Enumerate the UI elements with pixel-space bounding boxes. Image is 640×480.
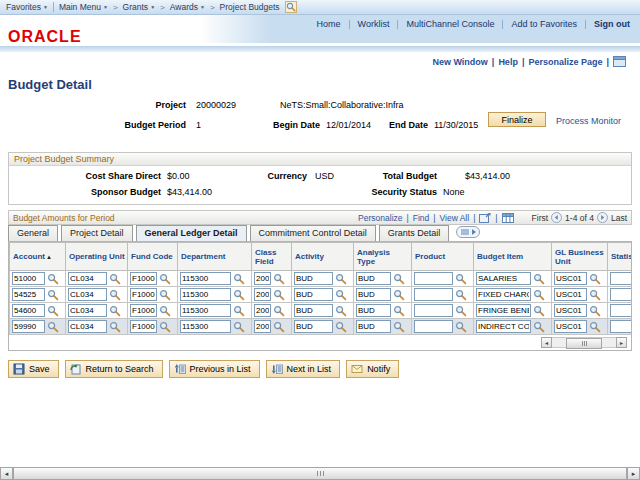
analysis-type-input[interactable] — [356, 304, 391, 317]
lookup-icon[interactable] — [109, 305, 121, 317]
worklist-link[interactable]: Worklist — [358, 19, 390, 29]
home-link[interactable]: Home — [317, 19, 341, 29]
scrollbar-thumb[interactable] — [13, 467, 627, 480]
product-input[interactable] — [414, 272, 453, 285]
http-icon[interactable] — [613, 56, 626, 67]
account-input[interactable] — [12, 320, 45, 333]
lookup-icon[interactable] — [533, 321, 545, 333]
product-input[interactable] — [414, 288, 453, 301]
lookup-icon[interactable] — [233, 305, 245, 317]
operating-unit-input[interactable] — [68, 272, 107, 285]
budget-item-input[interactable] — [476, 272, 531, 285]
department-input[interactable] — [180, 272, 231, 285]
gl-business-unit-input[interactable] — [554, 304, 587, 317]
class-field-input[interactable] — [254, 304, 271, 317]
scroll-right-icon[interactable]: ▸ — [616, 337, 627, 348]
activity-input[interactable] — [294, 288, 333, 301]
tab-general-ledger-detail[interactable]: General Ledger Detail — [136, 225, 247, 241]
lookup-icon[interactable] — [233, 289, 245, 301]
lookup-icon[interactable] — [159, 289, 171, 301]
lookup-icon[interactable] — [533, 273, 545, 285]
new-window-link[interactable]: New Window — [432, 57, 487, 67]
gl-business-unit-input[interactable] — [554, 320, 587, 333]
breadcrumb-item-project-budgets[interactable]: Project Budgets — [220, 2, 280, 12]
statistics-code-input[interactable] — [610, 320, 632, 333]
breadcrumb-item-awards[interactable]: Awards ▼ — [170, 2, 205, 12]
account-input[interactable] — [12, 304, 45, 317]
lookup-icon[interactable] — [47, 305, 59, 317]
lookup-icon[interactable] — [335, 273, 347, 285]
budget-item-input[interactable] — [476, 288, 531, 301]
lookup-icon[interactable] — [335, 289, 347, 301]
analysis-type-input[interactable] — [356, 320, 391, 333]
account-input[interactable] — [12, 288, 45, 301]
pager-last-label[interactable]: Last — [611, 213, 627, 223]
next-row-icon[interactable] — [597, 212, 608, 223]
breadcrumb-item-grants[interactable]: Grants ▼ — [123, 2, 155, 12]
column-header-statistics-code[interactable]: Statistics Code — [608, 243, 633, 271]
analysis-type-input[interactable] — [356, 272, 391, 285]
tab-project-detail[interactable]: Project Detail — [61, 225, 133, 241]
lookup-icon[interactable] — [109, 321, 121, 333]
column-header-class-field[interactable]: Class Field — [252, 243, 292, 271]
column-header-analysis-type[interactable]: Analysis Type — [354, 243, 412, 271]
product-input[interactable] — [414, 304, 453, 317]
class-field-input[interactable] — [254, 320, 271, 333]
lookup-icon[interactable] — [47, 289, 59, 301]
main-menu[interactable]: Main Menu ▼ — [59, 2, 108, 12]
notify-button[interactable]: Notify — [346, 360, 399, 378]
lookup-icon[interactable] — [589, 305, 601, 317]
statistics-code-input[interactable] — [610, 288, 632, 301]
lookup-icon[interactable] — [233, 273, 245, 285]
lookup-icon[interactable] — [109, 289, 121, 301]
lookup-icon[interactable] — [455, 273, 467, 285]
search-icon[interactable] — [285, 1, 297, 13]
class-field-input[interactable] — [254, 288, 271, 301]
lookup-icon[interactable] — [47, 273, 59, 285]
scroll-left-icon[interactable]: ◂ — [0, 467, 13, 480]
lookup-icon[interactable] — [533, 289, 545, 301]
return-to-search-button[interactable]: Return to Search — [65, 360, 163, 378]
sign-out-link[interactable]: Sign out — [594, 19, 630, 29]
column-header-department[interactable]: Department — [178, 243, 252, 271]
statistics-code-input[interactable] — [610, 272, 632, 285]
account-input[interactable] — [12, 272, 45, 285]
column-header-activity[interactable]: Activity — [292, 243, 354, 271]
scroll-right-icon[interactable]: ▸ — [627, 467, 640, 480]
lookup-icon[interactable] — [455, 289, 467, 301]
department-input[interactable] — [180, 320, 231, 333]
department-input[interactable] — [180, 304, 231, 317]
lookup-icon[interactable] — [335, 305, 347, 317]
lookup-icon[interactable] — [233, 321, 245, 333]
lookup-icon[interactable] — [393, 305, 405, 317]
pager-first-label[interactable]: First — [532, 213, 549, 223]
tab-commitment-control-detail[interactable]: Commitment Control Detail — [250, 225, 376, 241]
column-header-product[interactable]: Product — [412, 243, 474, 271]
multichannel-console-link[interactable]: MultiChannel Console — [406, 19, 494, 29]
operating-unit-input[interactable] — [68, 304, 107, 317]
page-horizontal-scrollbar[interactable]: ◂ ▸ — [0, 467, 640, 480]
lookup-icon[interactable] — [455, 321, 467, 333]
show-all-columns-icon[interactable] — [456, 226, 480, 238]
personalize-link[interactable]: Personalize — [358, 213, 402, 223]
lookup-icon[interactable] — [589, 321, 601, 333]
tab-general[interactable]: General — [8, 225, 58, 241]
personalize-page-link[interactable]: Personalize Page — [528, 57, 602, 67]
column-header-account[interactable]: Account▲ — [10, 243, 66, 271]
process-monitor-link[interactable]: Process Monitor — [556, 116, 621, 126]
lookup-icon[interactable] — [335, 321, 347, 333]
fund-code-input[interactable] — [130, 304, 157, 317]
activity-input[interactable] — [294, 272, 333, 285]
budget-item-input[interactable] — [476, 304, 531, 317]
lookup-icon[interactable] — [273, 273, 285, 285]
activity-input[interactable] — [294, 320, 333, 333]
lookup-icon[interactable] — [589, 273, 601, 285]
lookup-icon[interactable] — [159, 321, 171, 333]
lookup-icon[interactable] — [455, 305, 467, 317]
lookup-icon[interactable] — [533, 305, 545, 317]
lookup-icon[interactable] — [159, 305, 171, 317]
operating-unit-input[interactable] — [68, 288, 107, 301]
favorites-menu[interactable]: Favorites ▼ — [6, 2, 48, 12]
fund-code-input[interactable] — [130, 272, 157, 285]
analysis-type-input[interactable] — [356, 288, 391, 301]
